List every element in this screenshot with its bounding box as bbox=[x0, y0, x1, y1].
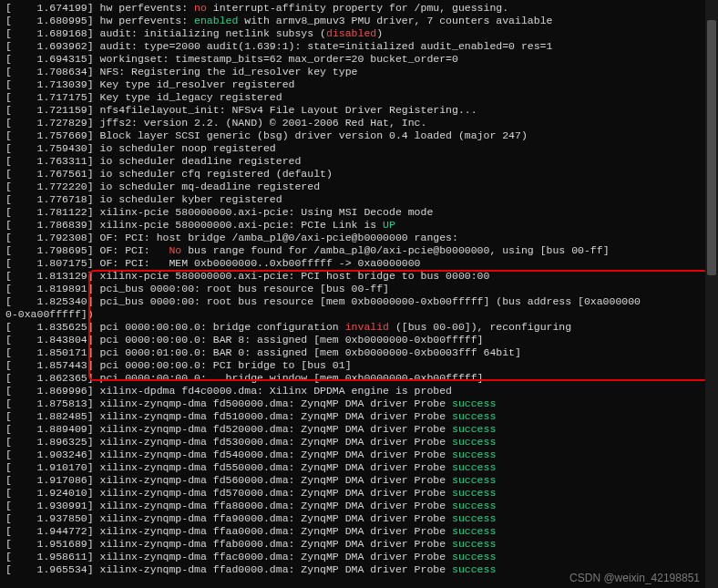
log-line: [ 1.694315] workingset: timestamp_bits=6… bbox=[5, 53, 713, 66]
log-line: [ 1.869996] xilinx-dpdma fd4c0000.dma: X… bbox=[5, 385, 713, 397]
scrollbar-thumb[interactable] bbox=[707, 20, 716, 275]
log-line: [ 1.875813] xilinx-zynqmp-dma fd500000.d… bbox=[5, 397, 713, 410]
log-line: [ 1.781122] xilinx-pcie 580000000.axi-pc… bbox=[5, 206, 713, 219]
log-line: [ 1.776718] io scheduler kyber registere… bbox=[5, 193, 713, 206]
log-line: [ 1.727829] jffs2: version 2.2. (NAND) ©… bbox=[5, 117, 713, 129]
terminal-output[interactable]: [ 1.674199] hw perfevents: no interrupt-… bbox=[0, 0, 718, 578]
log-line: [ 1.882485] xilinx-zynqmp-dma fd510000.d… bbox=[5, 410, 713, 423]
log-line: [ 1.862365] pci 0000:00:00.0: bridge win… bbox=[5, 372, 713, 385]
log-line: [ 1.850171] pci 0000:01:00.0: BAR 0: ass… bbox=[5, 346, 713, 359]
log-line: [ 1.792308] OF: PCI: host bridge /amba_p… bbox=[5, 232, 713, 244]
log-line: [ 1.708634] NFS: Registering the id_reso… bbox=[5, 66, 713, 78]
log-line: [ 1.889409] xilinx-zynqmp-dma fd520000.d… bbox=[5, 423, 713, 436]
log-line: [ 1.767561] io scheduler cfq registered … bbox=[5, 168, 713, 181]
log-line: [ 1.903246] xilinx-zynqmp-dma fd540000.d… bbox=[5, 449, 713, 461]
log-line: [ 1.674199] hw perfevents: no interrupt-… bbox=[5, 2, 713, 15]
log-line: [ 1.958611] xilinx-zynqmp-dma ffac0000.d… bbox=[5, 551, 713, 563]
log-line: [ 1.717175] Key type id_legacy registere… bbox=[5, 91, 713, 104]
log-line: [ 1.772220] io scheduler mq-deadline reg… bbox=[5, 181, 713, 193]
log-line: [ 1.944772] xilinx-zynqmp-dma ffaa0000.d… bbox=[5, 525, 713, 538]
log-line: [ 1.930991] xilinx-zynqmp-dma ffa80000.d… bbox=[5, 500, 713, 512]
log-line: [ 1.917086] xilinx-zynqmp-dma fd560000.d… bbox=[5, 474, 713, 487]
log-line: [ 1.819891] pci_bus 0000:00: root bus re… bbox=[5, 283, 713, 295]
log-line: [ 1.807175] OF: PCI: MEM 0xb0000000..0xb… bbox=[5, 257, 713, 270]
log-line: [ 1.759430] io scheduler noop registered bbox=[5, 142, 713, 155]
log-line: [ 1.757669] Block layer SCSI generic (bs… bbox=[5, 129, 713, 142]
log-line: [ 1.763311] io scheduler deadline regist… bbox=[5, 155, 713, 168]
log-line: [ 1.798695] OF: PCI: No bus range found … bbox=[5, 244, 713, 257]
log-line: [ 1.713039] Key type id_resolver registe… bbox=[5, 78, 713, 91]
log-line: [ 1.835625] pci 0000:00:00.0: bridge con… bbox=[5, 321, 713, 334]
log-line: [ 1.813129] xilinx-pcie 580000000.axi-pc… bbox=[5, 270, 713, 283]
log-line: [ 1.786839] xilinx-pcie 580000000.axi-pc… bbox=[5, 219, 713, 232]
watermark-text: CSDN @weixin_42198851 bbox=[569, 572, 700, 584]
log-line: 0-0xa00fffff]) bbox=[5, 308, 713, 321]
log-line: [ 1.951689] xilinx-zynqmp-dma ffab0000.d… bbox=[5, 538, 713, 551]
log-line: [ 1.910170] xilinx-zynqmp-dma fd550000.d… bbox=[5, 461, 713, 474]
log-line: [ 1.843804] pci 0000:00:00.0: BAR 8: ass… bbox=[5, 334, 713, 346]
log-line: [ 1.680995] hw perfevents: enabled with … bbox=[5, 15, 713, 27]
log-line: [ 1.721159] nfs4filelayout_init: NFSv4 F… bbox=[5, 104, 713, 117]
log-line: [ 1.857443] pci 0000:00:00.0: PCI bridge… bbox=[5, 359, 713, 372]
log-line: [ 1.924010] xilinx-zynqmp-dma fd570000.d… bbox=[5, 487, 713, 500]
log-line: [ 1.689168] audit: initializing netlink … bbox=[5, 27, 713, 40]
log-line: [ 1.896325] xilinx-zynqmp-dma fd530000.d… bbox=[5, 436, 713, 449]
log-line: [ 1.693962] audit: type=2000 audit(1.639… bbox=[5, 40, 713, 53]
log-line: [ 1.937850] xilinx-zynqmp-dma ffa90000.d… bbox=[5, 512, 713, 525]
log-line: [ 1.825340] pci_bus 0000:00: root bus re… bbox=[5, 295, 713, 308]
scrollbar-track[interactable] bbox=[705, 0, 718, 588]
